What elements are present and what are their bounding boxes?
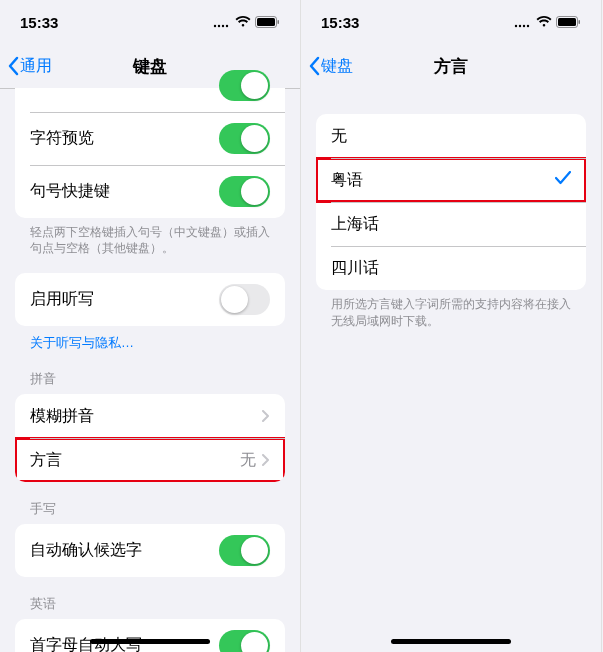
battery-icon xyxy=(556,16,581,28)
svg-point-10 xyxy=(527,25,529,27)
battery-icon xyxy=(255,16,280,28)
checkmark-icon xyxy=(555,171,571,189)
setting-row-partial[interactable] xyxy=(15,59,285,112)
cellular-icon xyxy=(514,16,532,28)
status-icons xyxy=(514,16,581,28)
wifi-icon xyxy=(536,16,552,28)
row-label: 句号快捷键 xyxy=(30,181,110,202)
svg-point-3 xyxy=(226,25,228,27)
back-button[interactable]: 键盘 xyxy=(309,56,353,77)
toggle-switch[interactable] xyxy=(219,535,270,566)
setting-dialect[interactable]: 方言 无 xyxy=(15,438,285,482)
option-label: 上海话 xyxy=(331,214,379,235)
option-label: 无 xyxy=(331,126,347,147)
row-label: 模糊拼音 xyxy=(30,406,94,427)
cellular-icon xyxy=(213,16,231,28)
dialect-option-shanghainese[interactable]: 上海话 xyxy=(316,202,586,246)
group-header-pinyin: 拼音 xyxy=(0,352,300,394)
status-time: 15:33 xyxy=(20,14,58,31)
back-label: 键盘 xyxy=(321,56,353,77)
svg-rect-6 xyxy=(278,20,280,24)
svg-rect-5 xyxy=(257,18,275,26)
svg-rect-13 xyxy=(579,20,581,24)
toggle-switch[interactable] xyxy=(219,284,270,315)
svg-point-2 xyxy=(222,25,224,27)
home-indicator xyxy=(90,639,210,644)
status-time: 15:33 xyxy=(321,14,359,31)
toggle-switch[interactable] xyxy=(219,630,270,652)
status-icons xyxy=(213,16,280,28)
chevron-right-icon xyxy=(262,454,270,466)
toggle-switch[interactable] xyxy=(219,176,270,207)
dialect-option-cantonese[interactable]: 粤语 xyxy=(316,158,586,202)
dialect-option-none[interactable]: 无 xyxy=(316,114,586,158)
page-title: 方言 xyxy=(434,55,468,78)
setting-auto-capitalize[interactable]: 首字母自动大写 xyxy=(15,619,285,652)
home-indicator xyxy=(391,639,511,644)
svg-point-0 xyxy=(214,25,216,27)
group-header-handwriting: 手写 xyxy=(0,482,300,524)
chevron-left-icon xyxy=(309,56,321,76)
group-footer: 轻点两下空格键插入句号（中文键盘）或插入句点与空格（其他键盘）。 xyxy=(0,218,300,258)
row-label: 字符预览 xyxy=(30,128,94,149)
toggle-switch[interactable] xyxy=(219,70,270,101)
row-value: 无 xyxy=(240,450,262,471)
group-header-english: 英语 xyxy=(0,577,300,619)
row-label: 启用听写 xyxy=(30,289,94,310)
chevron-right-icon xyxy=(262,410,270,422)
option-label: 四川话 xyxy=(331,258,379,279)
setting-enable-dictation[interactable]: 启用听写 xyxy=(15,273,285,326)
setting-auto-confirm-candidate[interactable]: 自动确认候选字 xyxy=(15,524,285,577)
row-label: 方言 xyxy=(30,450,62,471)
toggle-switch[interactable] xyxy=(219,123,270,154)
dialect-footer: 用所选方言键入字词所需的支持内容将在接入无线局域网时下载。 xyxy=(301,290,601,330)
row-label: 自动确认候选字 xyxy=(30,540,142,561)
dialect-option-sichuanese[interactable]: 四川话 xyxy=(316,246,586,290)
setting-fuzzy-pinyin[interactable]: 模糊拼音 xyxy=(15,394,285,438)
svg-point-7 xyxy=(515,25,517,27)
svg-point-9 xyxy=(523,25,525,27)
svg-point-1 xyxy=(218,25,220,27)
svg-rect-12 xyxy=(558,18,576,26)
svg-point-8 xyxy=(519,25,521,27)
wifi-icon xyxy=(235,16,251,28)
setting-char-preview[interactable]: 字符预览 xyxy=(15,112,285,165)
option-label: 粤语 xyxy=(331,170,363,191)
dictation-privacy-link[interactable]: 关于听写与隐私… xyxy=(0,326,300,352)
setting-period-shortcut[interactable]: 句号快捷键 xyxy=(15,165,285,218)
